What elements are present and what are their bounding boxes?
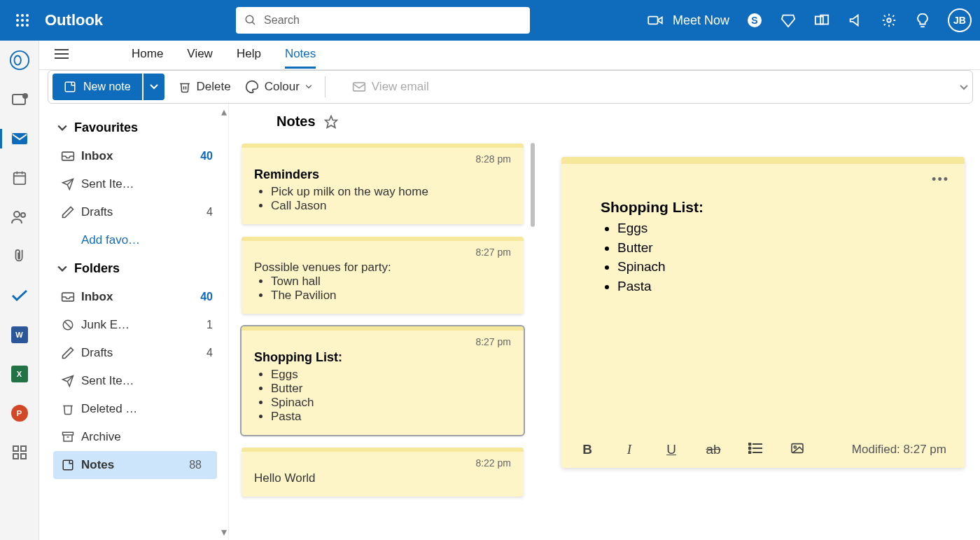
rail-people-icon[interactable] (7, 205, 32, 230)
note-time: 8:27 pm (254, 336, 511, 347)
svg-point-35 (21, 213, 25, 217)
svg-rect-39 (21, 454, 26, 459)
meet-now-button[interactable]: Meet Now (648, 13, 729, 28)
svg-rect-50 (63, 460, 73, 470)
user-avatar[interactable]: JB (948, 8, 972, 32)
nav-fav-sent[interactable]: Sent Ite… (39, 170, 228, 198)
italic-button[interactable]: I (622, 442, 637, 457)
announce-icon[interactable] (847, 12, 864, 29)
note-body: Hello World (254, 471, 511, 485)
svg-point-3 (16, 19, 19, 22)
new-note-dropdown[interactable] (144, 74, 164, 100)
rail-mail-icon[interactable] (7, 126, 32, 151)
settings-icon[interactable] (881, 12, 897, 29)
nav-fav-inbox[interactable]: Inbox 40 (39, 142, 228, 170)
svg-point-9 (246, 15, 253, 23)
svg-point-18 (887, 18, 891, 22)
rail-calendar-icon[interactable] (7, 165, 32, 191)
svg-rect-23 (65, 82, 75, 92)
nav-junk[interactable]: Junk E… 1 (39, 311, 228, 339)
svg-marker-15 (782, 15, 794, 27)
svg-marker-12 (658, 18, 662, 24)
note-title: Shopping List: (254, 350, 511, 365)
strikethrough-button[interactable]: ab (706, 442, 721, 457)
note-more-icon[interactable]: ••• (932, 172, 949, 187)
svg-point-55 (749, 443, 751, 445)
svg-rect-16 (816, 17, 823, 25)
nav-sent[interactable]: Sent Ite… (39, 367, 228, 395)
svg-rect-48 (63, 432, 74, 435)
teams-icon[interactable] (813, 12, 830, 29)
favourites-header[interactable]: Favourites (39, 113, 228, 142)
svg-point-0 (16, 14, 19, 17)
note-card[interactable]: 8:27 pmPossible venues for party:Town ha… (241, 237, 524, 314)
rail-word-icon[interactable]: W (7, 322, 32, 347)
svg-rect-37 (21, 446, 26, 451)
rail-new-mail-icon[interactable] (7, 87, 32, 112)
underline-button[interactable]: U (664, 442, 679, 457)
svg-line-10 (252, 22, 255, 25)
svg-point-25 (10, 51, 28, 69)
rail-todo-icon[interactable] (7, 283, 32, 308)
tips-icon[interactable] (914, 12, 931, 29)
svg-rect-24 (353, 83, 365, 91)
search-placeholder: Search (264, 14, 300, 27)
svg-point-6 (16, 24, 19, 27)
new-note-button[interactable]: New note (52, 74, 142, 100)
rail-files-icon[interactable] (7, 244, 32, 269)
view-email-button: View email (352, 80, 429, 94)
nav-fav-drafts[interactable]: Drafts 4 (39, 198, 228, 226)
svg-point-8 (26, 24, 29, 27)
rail-excel-icon[interactable]: X (7, 361, 32, 387)
svg-point-34 (14, 212, 20, 217)
note-editor-title[interactable]: Shopping List: (601, 199, 937, 216)
bullet-list-button[interactable] (748, 442, 763, 457)
search-input[interactable]: Search (236, 7, 530, 34)
nav-scroll-down-icon[interactable]: ▾ (221, 525, 227, 539)
svg-point-59 (794, 446, 796, 448)
tab-help[interactable]: Help (237, 41, 261, 69)
tab-view[interactable]: View (187, 41, 213, 69)
app-launcher-icon[interactable] (8, 13, 36, 27)
note-body: Pick up milk on the way homeCall Jason (254, 185, 511, 213)
favourite-star-icon[interactable] (324, 115, 338, 129)
bold-button[interactable]: B (580, 442, 595, 457)
svg-point-4 (21, 19, 24, 22)
svg-text:S: S (751, 15, 757, 26)
delete-button[interactable]: Delete (178, 80, 231, 94)
premium-icon[interactable] (780, 12, 797, 29)
colour-button[interactable]: Colour (245, 80, 312, 94)
rail-apps-icon[interactable] (7, 440, 32, 465)
nav-archive[interactable]: Archive (39, 423, 228, 451)
folders-header[interactable]: Folders (39, 254, 228, 283)
hamburger-icon[interactable] (55, 48, 69, 62)
rail-powerpoint-icon[interactable]: P (7, 401, 32, 426)
note-editor[interactable]: ••• Shopping List: EggsButterSpinachPast… (561, 157, 965, 468)
svg-point-1 (21, 14, 24, 17)
note-editor-body[interactable]: EggsButterSpinachPasta (617, 219, 937, 296)
brand-label: Outlook (45, 11, 103, 29)
nav-inbox[interactable]: Inbox 40 (39, 283, 228, 311)
note-card[interactable]: 8:28 pmRemindersPick up milk on the way … (241, 144, 524, 224)
nav-drafts[interactable]: Drafts 4 (39, 339, 228, 367)
note-time: 8:22 pm (254, 457, 511, 469)
nav-deleted[interactable]: Deleted … (39, 395, 228, 423)
nav-add-favourite[interactable]: Add favo… (39, 226, 228, 254)
nav-notes[interactable]: Notes 88 (53, 451, 217, 479)
image-button[interactable] (790, 442, 805, 457)
note-body: EggsButterSpinachPasta (254, 368, 511, 424)
rail-outlook-icon[interactable] (7, 48, 32, 73)
note-card[interactable]: 8:27 pmShopping List:EggsButterSpinachPa… (241, 326, 524, 435)
skype-icon[interactable]: S (746, 12, 763, 29)
svg-rect-38 (13, 454, 18, 459)
tab-notes[interactable]: Notes (285, 41, 316, 69)
modified-label: Modified: 8:27 pm (852, 443, 946, 457)
svg-point-56 (749, 448, 751, 450)
svg-rect-36 (13, 446, 18, 451)
svg-point-26 (14, 55, 20, 64)
list-scrollbar[interactable] (531, 143, 535, 227)
tab-home[interactable]: Home (132, 41, 163, 69)
svg-point-2 (26, 14, 29, 17)
note-card[interactable]: 8:22 pmHello World (241, 448, 524, 497)
toolbar-expand-icon[interactable] (960, 81, 968, 93)
